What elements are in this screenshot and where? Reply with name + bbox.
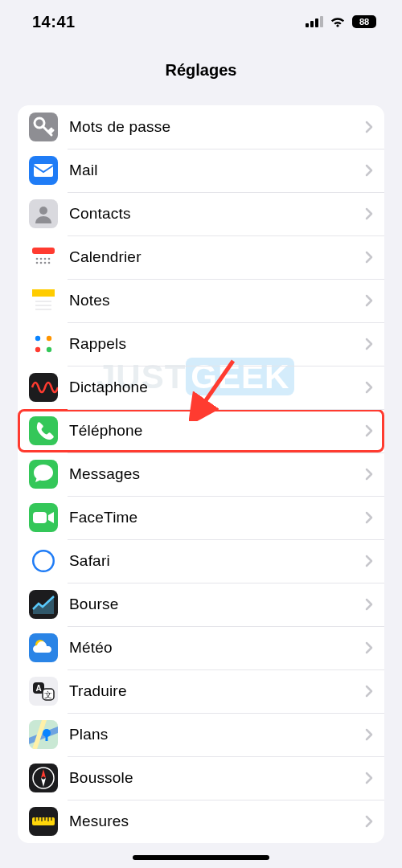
compass-icon: [29, 764, 58, 792]
facetime-icon: [29, 503, 58, 532]
settings-row-label: Rappels: [69, 335, 365, 353]
settings-row-label: Bourse: [69, 596, 365, 613]
settings-row-label: Mots de passe: [69, 118, 365, 136]
svg-point-5: [36, 258, 39, 260]
chevron-right-icon: [365, 121, 373, 133]
settings-row-passwords[interactable]: Mots de passe: [18, 105, 384, 149]
settings-row-stocks[interactable]: Bourse: [18, 583, 384, 626]
svg-point-20: [47, 336, 51, 341]
messages-icon: [29, 460, 58, 489]
battery-icon: 88: [352, 15, 376, 28]
home-indicator: [133, 855, 269, 860]
settings-row-messages[interactable]: Messages: [18, 452, 384, 496]
settings-row-label: Boussole: [69, 769, 365, 787]
chevron-right-icon: [365, 251, 373, 264]
settings-row-contacts[interactable]: Contacts: [18, 192, 384, 235]
calendar-icon: [29, 243, 58, 272]
measure-icon: [29, 807, 58, 836]
chevron-right-icon: [365, 815, 373, 828]
key-icon: [29, 113, 58, 141]
notes-icon: [29, 286, 58, 315]
chevron-right-icon: [365, 641, 373, 654]
contacts-icon: [29, 199, 58, 228]
settings-row-compass[interactable]: Boussole: [18, 756, 384, 800]
svg-point-10: [40, 262, 43, 264]
svg-point-18: [35, 336, 40, 341]
chevron-right-icon: [365, 511, 373, 524]
battery-percent: 88: [352, 15, 376, 28]
settings-row-safari[interactable]: Safari: [18, 539, 384, 583]
settings-row-label: Téléphone: [69, 422, 365, 440]
svg-rect-4: [32, 254, 55, 267]
reminders-icon: [29, 330, 58, 358]
settings-list: Mots de passeMailContactsCalendrierNotes…: [18, 105, 384, 843]
safari-icon: [29, 547, 58, 575]
chevron-right-icon: [365, 294, 373, 307]
mail-icon: [29, 156, 58, 185]
status-time: 14:41: [32, 13, 76, 31]
chevron-right-icon: [365, 207, 373, 220]
status-right-cluster: 88: [306, 15, 376, 28]
svg-point-2: [39, 207, 47, 215]
chevron-right-icon: [365, 164, 373, 177]
settings-row-voicememos[interactable]: Dictaphone: [18, 366, 384, 409]
svg-point-19: [35, 347, 40, 352]
settings-row-label: FaceTime: [69, 509, 365, 526]
svg-marker-37: [41, 778, 46, 787]
settings-row-label: Notes: [69, 292, 365, 309]
chevron-right-icon: [365, 468, 373, 481]
settings-row-maps[interactable]: Plans: [18, 713, 384, 756]
chevron-right-icon: [365, 598, 373, 611]
svg-rect-1: [34, 164, 53, 177]
status-bar: 14:41 88: [0, 0, 402, 43]
svg-point-11: [44, 262, 47, 264]
settings-row-phone[interactable]: Téléphone: [18, 409, 384, 452]
voicememo-icon: [29, 373, 58, 402]
svg-point-8: [48, 258, 51, 260]
chevron-right-icon: [365, 424, 373, 437]
settings-row-reminders[interactable]: Rappels: [18, 322, 384, 366]
svg-rect-13: [32, 289, 55, 297]
page-title: Réglages: [0, 43, 402, 94]
settings-row-label: Dictaphone: [69, 379, 365, 396]
settings-row-notes[interactable]: Notes: [18, 279, 384, 322]
svg-text:文: 文: [44, 690, 52, 699]
settings-row-label: Contacts: [69, 205, 365, 223]
stocks-icon: [29, 590, 58, 619]
svg-point-9: [36, 262, 39, 264]
settings-row-measure[interactable]: Mesures: [18, 800, 384, 843]
settings-row-translate[interactable]: A文Traduire: [18, 669, 384, 713]
chevron-right-icon: [365, 555, 373, 567]
phone-icon: [29, 416, 58, 445]
svg-text:A: A: [35, 684, 41, 693]
svg-point-12: [48, 262, 51, 264]
svg-rect-22: [33, 512, 47, 523]
chevron-right-icon: [365, 338, 373, 350]
chevron-right-icon: [365, 381, 373, 394]
settings-row-calendar[interactable]: Calendrier: [18, 235, 384, 279]
settings-row-label: Mail: [69, 162, 365, 179]
weather-icon: [29, 633, 58, 662]
settings-row-mail[interactable]: Mail: [18, 149, 384, 192]
translate-icon: A文: [29, 677, 58, 706]
chevron-right-icon: [365, 685, 373, 698]
cellular-signal-icon: [306, 16, 323, 27]
svg-rect-3: [32, 248, 55, 254]
settings-row-label: Mesures: [69, 813, 365, 830]
settings-row-label: Messages: [69, 465, 365, 483]
wifi-icon: [330, 16, 346, 28]
svg-point-6: [40, 258, 43, 260]
svg-point-7: [44, 258, 47, 260]
settings-row-label: Calendrier: [69, 248, 365, 266]
svg-point-21: [47, 347, 51, 352]
settings-row-weather[interactable]: Météo: [18, 626, 384, 669]
maps-icon: [29, 720, 58, 749]
chevron-right-icon: [365, 728, 373, 741]
svg-marker-36: [41, 769, 46, 778]
settings-row-label: Safari: [69, 552, 365, 570]
chevron-right-icon: [365, 772, 373, 784]
settings-row-label: Traduire: [69, 682, 365, 700]
settings-row-facetime[interactable]: FaceTime: [18, 496, 384, 539]
settings-row-label: Plans: [69, 726, 365, 743]
settings-row-label: Météo: [69, 639, 365, 657]
